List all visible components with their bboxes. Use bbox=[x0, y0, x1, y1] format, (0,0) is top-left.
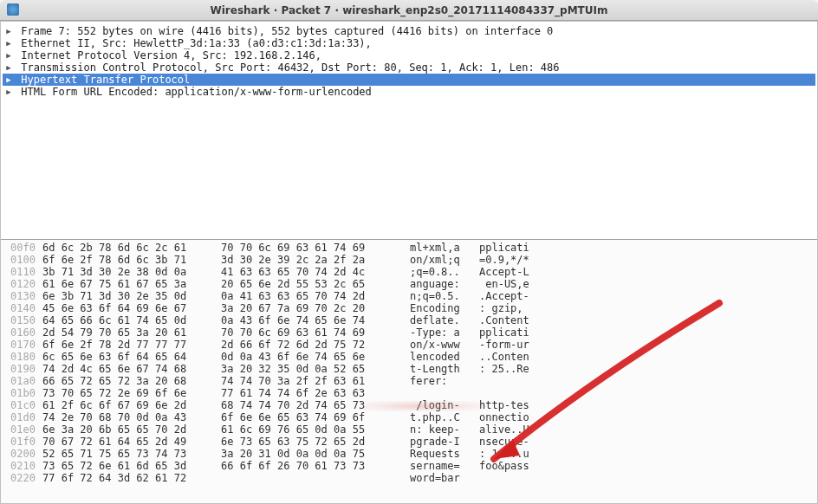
hex-row[interactable]: 021073 65 72 6e 61 6d 65 3d66 6f 6f 26 7… bbox=[1, 460, 817, 472]
expand-icon[interactable]: ▶ bbox=[3, 37, 15, 49]
hex-bytes-group2: 6e 73 65 63 75 72 65 2d bbox=[221, 436, 410, 448]
hex-dump-pane[interactable]: 00f06d 6c 2b 78 6d 6c 2c 6170 70 6c 69 6… bbox=[1, 240, 817, 503]
tree-row[interactable]: ▶ Frame 7: 552 bytes on wire (4416 bits)… bbox=[3, 25, 815, 37]
hex-row[interactable]: 022077 6f 72 64 3d 62 61 72word=bar bbox=[1, 472, 817, 484]
hex-bytes-group2: 3a 20 31 0d 0a 0d 0a 75 bbox=[221, 448, 410, 460]
hex-bytes-group2: 41 63 63 65 70 74 2d 4c bbox=[221, 266, 410, 278]
hex-bytes-group1: 52 65 71 75 65 73 74 73 bbox=[42, 448, 221, 460]
hex-offset: 01b0 bbox=[1, 387, 42, 399]
hex-row[interactable]: 01e06e 3a 20 6b 65 65 70 2d61 6c 69 76 6… bbox=[1, 423, 817, 436]
hex-bytes-group2: 0a 41 63 63 65 70 74 2d bbox=[221, 290, 410, 302]
hex-row[interactable]: 01d074 2e 70 68 70 0d 0a 436f 6e 6e 65 6… bbox=[1, 411, 817, 423]
hex-ascii-group2: onnectio bbox=[479, 411, 529, 423]
hex-ascii-group1: deflate. bbox=[410, 314, 479, 326]
hex-row[interactable]: 01c061 2f 6c 6f 67 69 6e 2d68 74 74 70 2… bbox=[1, 399, 817, 411]
hex-bytes-group2: 61 6c 69 76 65 0d 0a 55 bbox=[221, 423, 410, 436]
hex-offset: 0170 bbox=[1, 339, 42, 351]
hex-bytes-group1: 64 65 66 6c 61 74 65 0d bbox=[42, 314, 221, 326]
tree-row-label: Hypertext Transfer Protocol bbox=[15, 74, 190, 86]
protocol-tree-pane[interactable]: ▶ Frame 7: 552 bytes on wire (4416 bits)… bbox=[1, 22, 817, 240]
hex-row[interactable]: 00f06d 6c 2b 78 6d 6c 2c 6170 70 6c 69 6… bbox=[1, 242, 817, 254]
hex-offset: 01a0 bbox=[1, 375, 42, 387]
hex-row[interactable]: 014045 6e 63 6f 64 69 6e 673a 20 67 7a 6… bbox=[1, 302, 817, 314]
hex-bytes-group1: 6e 3a 20 6b 65 65 70 2d bbox=[42, 423, 221, 436]
expand-icon[interactable]: ▶ bbox=[3, 61, 15, 74]
hex-ascii-group2: .Content bbox=[479, 314, 529, 326]
hex-offset: 0100 bbox=[1, 254, 42, 266]
hex-bytes-group2: 0a 43 6f 6e 74 65 6e 74 bbox=[221, 314, 410, 326]
expand-icon[interactable]: ▶ bbox=[3, 86, 15, 98]
hex-bytes-group1: 6f 6e 2f 78 6d 6c 3b 71 bbox=[42, 254, 221, 266]
hex-row[interactable]: 020052 65 71 75 65 73 74 733a 20 31 0d 0… bbox=[1, 448, 817, 460]
expand-icon[interactable]: ▶ bbox=[3, 74, 15, 86]
window-titlebar[interactable]: Wireshark · Packet 7 · wireshark_enp2s0_… bbox=[0, 0, 818, 21]
hex-bytes-group1: 45 6e 63 6f 64 69 6e 67 bbox=[42, 302, 221, 314]
hex-bytes-group1: 74 2d 4c 65 6e 67 74 68 bbox=[42, 363, 221, 375]
hex-bytes-group2: 3a 20 32 35 0d 0a 52 65 bbox=[221, 363, 410, 375]
hex-ascii-group1: word=bar bbox=[410, 472, 479, 484]
hex-offset: 0180 bbox=[1, 351, 42, 363]
hex-bytes-group2: 77 61 74 74 6f 2e 63 63 bbox=[221, 387, 410, 399]
hex-ascii-group1: Encoding bbox=[410, 302, 479, 314]
hex-ascii-group1: n: keep- bbox=[410, 423, 479, 436]
hex-bytes-group1: 77 6f 72 64 3d 62 61 72 bbox=[42, 472, 221, 484]
hex-bytes-group1: 73 70 65 72 2e 69 6f 6e bbox=[42, 387, 221, 399]
hex-row[interactable]: 01306e 3b 71 3d 30 2e 35 0d0a 41 63 63 6… bbox=[1, 290, 817, 302]
expand-icon[interactable]: ▶ bbox=[3, 49, 15, 61]
tree-row[interactable]: ▶ Ethernet II, Src: HewlettP_3d:1a:33 (a… bbox=[3, 37, 815, 49]
hex-bytes-group2: 70 70 6c 69 63 61 74 69 bbox=[221, 242, 410, 254]
hex-offset: 01e0 bbox=[1, 423, 42, 436]
tree-row-label: Transmission Control Protocol, Src Port:… bbox=[15, 61, 560, 74]
tree-row[interactable]: ▶ Transmission Control Protocol, Src Por… bbox=[3, 61, 815, 74]
hex-ascii-group1: t.php..C bbox=[410, 411, 479, 423]
hex-row[interactable]: 01706f 6e 2f 78 2d 77 77 772d 66 6f 72 6… bbox=[1, 339, 817, 351]
hex-ascii-group1: /login- bbox=[410, 399, 479, 411]
tree-row[interactable]: ▶ HTML Form URL Encoded: application/x-w… bbox=[3, 86, 815, 98]
hex-ascii-group2: nsecure- bbox=[479, 436, 529, 448]
hex-bytes-group2: 6f 6e 6e 65 63 74 69 6f bbox=[221, 411, 410, 423]
hex-ascii-group2: pplicati bbox=[479, 242, 529, 254]
tree-row-label: HTML Form URL Encoded: application/x-www… bbox=[15, 86, 372, 98]
hex-row[interactable]: 01006f 6e 2f 78 6d 6c 3b 713d 30 2e 39 2… bbox=[1, 254, 817, 266]
hex-row[interactable]: 01602d 54 79 70 65 3a 20 6170 70 6c 69 6… bbox=[1, 326, 817, 339]
hex-row[interactable]: 012061 6e 67 75 61 67 65 3a20 65 6e 2d 5… bbox=[1, 278, 817, 290]
hex-offset: 0160 bbox=[1, 326, 42, 339]
hex-ascii-group2 bbox=[479, 375, 529, 387]
hex-offset: 0220 bbox=[1, 472, 42, 484]
hex-offset: 0190 bbox=[1, 363, 42, 375]
hex-row[interactable]: 01a066 65 72 65 72 3a 20 6874 74 70 3a 2… bbox=[1, 375, 817, 387]
hex-ascii-group1: lencoded bbox=[410, 351, 479, 363]
hex-bytes-group1: 6f 6e 2f 78 2d 77 77 77 bbox=[42, 339, 221, 351]
hex-bytes-group2: 20 65 6e 2d 55 53 2c 65 bbox=[221, 278, 410, 290]
hex-ascii-group1: ml+xml,a bbox=[410, 242, 479, 254]
window-title: Wireshark · Packet 7 · wireshark_enp2s0_… bbox=[210, 4, 607, 16]
hex-bytes-group1: 66 65 72 65 72 3a 20 68 bbox=[42, 375, 221, 387]
hex-offset: 00f0 bbox=[1, 242, 42, 254]
hex-offset: 01c0 bbox=[1, 399, 42, 411]
hex-ascii-group2: http-tes bbox=[479, 399, 529, 411]
hex-ascii-group2: =0.9,*/* bbox=[479, 254, 529, 266]
hex-ascii-group2: : 25..Re bbox=[479, 363, 529, 375]
expand-icon[interactable]: ▶ bbox=[3, 25, 15, 37]
hex-row[interactable]: 01806c 65 6e 63 6f 64 65 640d 0a 43 6f 6… bbox=[1, 351, 817, 363]
hex-bytes-group1: 6c 65 6e 63 6f 64 65 64 bbox=[42, 351, 221, 363]
tree-row[interactable]: ▶ Internet Protocol Version 4, Src: 192.… bbox=[3, 49, 815, 61]
hex-offset: 0130 bbox=[1, 290, 42, 302]
hex-ascii-group1: pgrade-I bbox=[410, 436, 479, 448]
hex-ascii-group2: -form-ur bbox=[479, 339, 529, 351]
hex-ascii-group1: n;q=0.5. bbox=[410, 290, 479, 302]
hex-row[interactable]: 019074 2d 4c 65 6e 67 74 683a 20 32 35 0… bbox=[1, 363, 817, 375]
hex-offset: 0210 bbox=[1, 460, 42, 472]
hex-ascii-group2: foo&pass bbox=[479, 460, 529, 472]
hex-bytes-group2: 3d 30 2e 39 2c 2a 2f 2a bbox=[221, 254, 410, 266]
hex-bytes-group1: 6e 3b 71 3d 30 2e 35 0d bbox=[42, 290, 221, 302]
hex-row[interactable]: 015064 65 66 6c 61 74 65 0d0a 43 6f 6e 7… bbox=[1, 314, 817, 326]
hex-row[interactable]: 01103b 71 3d 30 2e 38 0d 0a41 63 63 65 7… bbox=[1, 266, 817, 278]
hex-ascii-group2: : 1....u bbox=[479, 448, 529, 460]
hex-offset: 0150 bbox=[1, 314, 42, 326]
hex-ascii-group1: on/xml;q bbox=[410, 254, 479, 266]
tree-row-label: Ethernet II, Src: HewlettP_3d:1a:33 (a0:… bbox=[15, 37, 372, 49]
tree-row[interactable]: ▶ Hypertext Transfer Protocol bbox=[3, 74, 815, 86]
hex-row[interactable]: 01b073 70 65 72 2e 69 6f 6e77 61 74 74 6… bbox=[1, 387, 817, 399]
hex-row[interactable]: 01f070 67 72 61 64 65 2d 496e 73 65 63 7… bbox=[1, 436, 817, 448]
